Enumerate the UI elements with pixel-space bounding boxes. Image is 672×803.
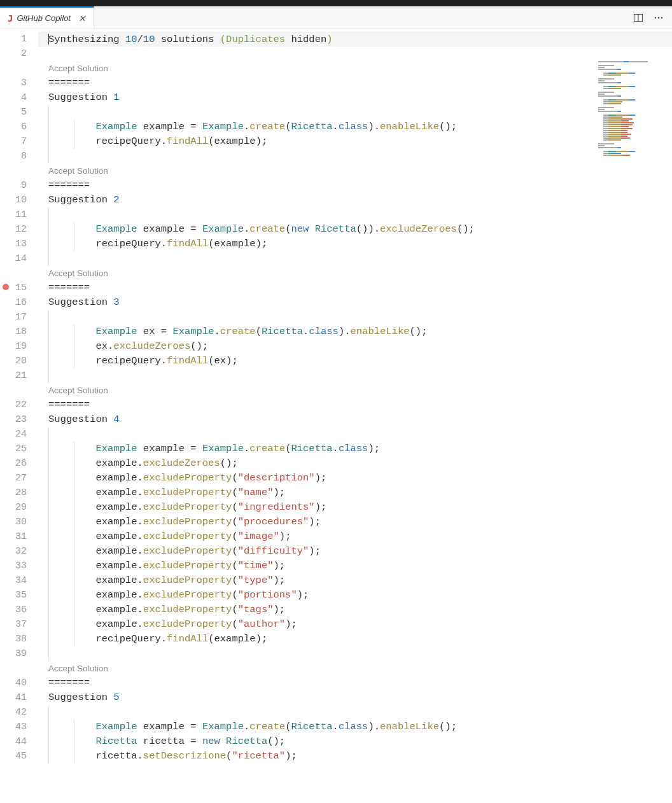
line-number: 34 [0, 573, 38, 588]
code-area[interactable]: Synthesizing 10/10 solutions (Duplicates… [38, 29, 672, 803]
accept-solution-link[interactable]: Accept Solution [38, 61, 672, 76]
svg-point-2 [655, 17, 657, 18]
split-editor-icon[interactable] [631, 11, 645, 25]
blank-line [38, 427, 672, 442]
separator: ======= [38, 76, 672, 90]
line-number: 13 [0, 237, 38, 251]
code-line: example.excludeProperty("type"); [38, 573, 672, 588]
line-number: 12 [0, 222, 38, 237]
line-number: 8 [0, 149, 38, 164]
line-number [0, 61, 38, 76]
line-number [0, 383, 38, 398]
close-icon[interactable]: ✕ [78, 13, 86, 24]
line-number: 20 [0, 354, 38, 368]
line-number: 42 [0, 705, 38, 720]
line-number: 40 [0, 676, 38, 690]
line-number: 33 [0, 559, 38, 573]
line-number: 37 [0, 617, 38, 632]
separator: ======= [38, 281, 672, 295]
tab-bar: J GitHub Copilot ✕ [0, 6, 672, 29]
code-line: Example example = Example.create(Ricetta… [38, 120, 672, 134]
line-number: 36 [0, 603, 38, 617]
line-number: 31 [0, 529, 38, 544]
line-number: 4 [0, 90, 38, 105]
separator: ======= [38, 398, 672, 412]
tab-title: GitHub Copilot [17, 13, 71, 23]
code-line: example.excludeProperty("image"); [38, 529, 672, 544]
code-line: example.excludeProperty("difficulty"); [38, 544, 672, 559]
blank-line [38, 368, 672, 383]
line-number: 2 [0, 46, 38, 61]
code-line: example.excludeProperty("time"); [38, 559, 672, 573]
code-line: ex.excludeZeroes(); [38, 339, 672, 354]
separator: ======= [38, 676, 672, 690]
synthesis-status: Synthesizing 10/10 solutions (Duplicates… [38, 32, 672, 46]
line-number: 35 [0, 588, 38, 603]
code-line: example.excludeProperty("author"); [38, 617, 672, 632]
code-line: Example example = Example.create(new Ric… [38, 222, 672, 237]
suggestion-header: Suggestion 1 [38, 90, 672, 105]
svg-point-4 [661, 17, 663, 18]
line-number [0, 661, 38, 676]
accept-solution-link[interactable]: Accept Solution [38, 383, 672, 398]
code-line: recipeQuery.findAll(example); [38, 632, 672, 646]
line-number: 15 [0, 281, 38, 295]
breakpoint-icon[interactable] [3, 284, 9, 290]
line-number: 30 [0, 515, 38, 529]
line-number [0, 164, 38, 178]
tab-github-copilot[interactable]: J GitHub Copilot ✕ [0, 6, 94, 29]
line-number: 43 [0, 720, 38, 734]
editor[interactable]: 1234567891011121314151617181920212223242… [0, 29, 672, 803]
line-number [0, 266, 38, 281]
blank-line [38, 646, 672, 661]
line-number: 21 [0, 368, 38, 383]
line-number: 22 [0, 398, 38, 412]
line-number: 27 [0, 471, 38, 485]
code-line: ricetta.setDescrizione("ricetta"); [38, 749, 672, 764]
blank-line [38, 251, 672, 266]
line-number: 19 [0, 339, 38, 354]
code-line: Example ex = Example.create(Ricetta.clas… [38, 325, 672, 339]
line-number: 39 [0, 646, 38, 661]
line-number: 11 [0, 207, 38, 222]
java-file-icon: J [8, 13, 13, 24]
line-number: 41 [0, 690, 38, 705]
svg-point-3 [658, 17, 660, 18]
line-number: 23 [0, 412, 38, 427]
separator: ======= [38, 178, 672, 193]
line-number: 5 [0, 105, 38, 120]
blank-line [38, 105, 672, 120]
line-number: 7 [0, 134, 38, 149]
suggestion-header: Suggestion 2 [38, 193, 672, 207]
code-line: recipeQuery.findAll(ex); [38, 354, 672, 368]
code-line: Example example = Example.create(Ricetta… [38, 720, 672, 734]
line-number: 9 [0, 178, 38, 193]
blank-line [38, 207, 672, 222]
line-number: 25 [0, 442, 38, 456]
code-line: Ricetta ricetta = new Ricetta(); [38, 734, 672, 749]
more-icon[interactable] [652, 11, 666, 25]
code-line: Example example = Example.create(Ricetta… [38, 442, 672, 456]
code-line: example.excludeProperty("description"); [38, 471, 672, 485]
line-number: 28 [0, 485, 38, 500]
blank-line [38, 310, 672, 325]
code-line: example.excludeProperty("ingredients"); [38, 500, 672, 515]
line-number: 29 [0, 500, 38, 515]
line-number: 1 [0, 32, 38, 46]
code-line: example.excludeZeroes(); [38, 456, 672, 471]
code-line: example.excludeProperty("name"); [38, 485, 672, 500]
line-number: 45 [0, 749, 38, 764]
minimap[interactable] [598, 61, 668, 169]
line-number: 16 [0, 295, 38, 310]
accept-solution-link[interactable]: Accept Solution [38, 661, 672, 676]
accept-solution-link[interactable]: Accept Solution [38, 164, 672, 178]
suggestion-header: Suggestion 3 [38, 295, 672, 310]
code-line: recipeQuery.findAll(example); [38, 237, 672, 251]
line-number: 38 [0, 632, 38, 646]
line-number: 3 [0, 76, 38, 90]
line-number: 32 [0, 544, 38, 559]
accept-solution-link[interactable]: Accept Solution [38, 266, 672, 281]
line-number: 10 [0, 193, 38, 207]
line-number: 18 [0, 325, 38, 339]
line-number: 26 [0, 456, 38, 471]
